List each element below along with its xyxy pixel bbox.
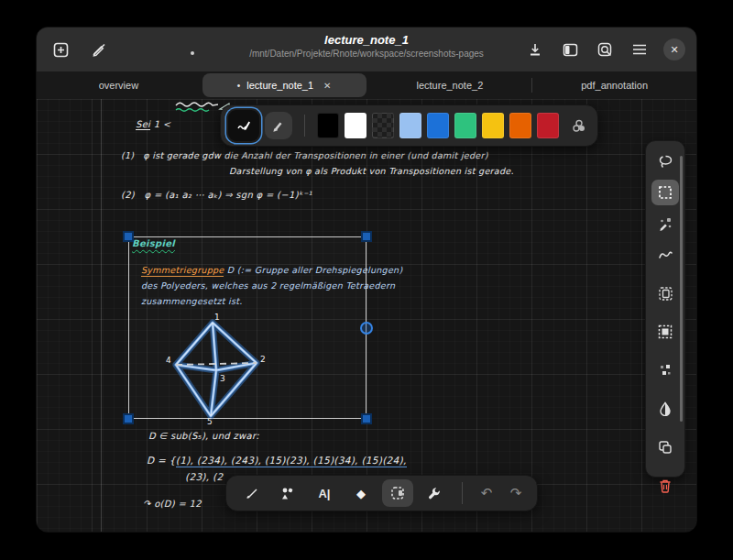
eraser-pen-button[interactable]: ◆ — [345, 479, 377, 507]
sei-rest: 1 < — [150, 119, 170, 129]
eraser-icon: ◆ — [356, 487, 366, 500]
tab-lecture-note-2[interactable]: lecture_note_2 — [368, 71, 532, 99]
line2-text: φ = (a₁ a₂ ⋯ aₖ) ⇒ sgn φ = (−1)ᵏ⁻¹ — [145, 190, 312, 200]
tab-bar: overview • lecture_note_1 ✕ lecture_note… — [37, 71, 696, 99]
select-all-button[interactable] — [651, 319, 679, 345]
line2-number: (2) — [121, 190, 135, 200]
fill-color-toggle[interactable] — [265, 112, 292, 139]
delete-selection-button[interactable] — [651, 473, 679, 499]
selector-options-panel — [645, 140, 685, 478]
stroke-style-popover — [220, 104, 598, 147]
vertex-label-4: 4 — [166, 356, 171, 365]
panel-scrollbar[interactable] — [680, 156, 683, 422]
new-tab-button[interactable] — [49, 38, 71, 60]
close-icon: ✕ — [670, 44, 678, 56]
set-line-2: (23), (2 — [185, 471, 223, 482]
set-items: (1), (234), (243), (15)(23), (15)(34), (… — [176, 455, 407, 467]
import-into-selection-button[interactable] — [651, 280, 679, 306]
window-close-button[interactable]: ✕ — [663, 38, 685, 60]
resize-handle-top-right[interactable] — [361, 231, 372, 242]
set-line: D = {(1), (234), (243), (15)(23), (15)(3… — [147, 455, 407, 466]
fit-to-view-button[interactable] — [594, 38, 616, 60]
color-swatch-lightblue[interactable] — [399, 113, 421, 138]
color-swatch-white[interactable] — [345, 113, 366, 138]
color-swatch-black[interactable] — [317, 113, 339, 138]
tab-label: lecture_note_1 — [246, 80, 313, 91]
line1-text: φ ist gerade gdw die Anzahl der Transpos… — [143, 150, 487, 160]
order-line: ↷ o(D) = 12 — [143, 499, 202, 509]
sym-rest: D (:= Gruppe aller Drehspiegelungen) — [224, 265, 402, 275]
vertex-label-5: 5 — [207, 417, 213, 425]
intersecting-path-select-button[interactable] — [651, 242, 679, 268]
tab-label: pdf_annotation — [581, 80, 648, 91]
undo-icon: ↶ — [481, 485, 493, 501]
redo-icon: ↷ — [510, 485, 522, 501]
resize-handle-bottom-left[interactable] — [123, 413, 134, 424]
save-document-button[interactable] — [524, 38, 546, 60]
invert-selection-colors-button[interactable] — [651, 396, 679, 422]
unsaved-changes-dot — [191, 51, 194, 55]
lasso-select-button[interactable] — [651, 148, 679, 174]
rectangle-select-button[interactable] — [651, 180, 679, 205]
workspace-sidebar-toggle[interactable] — [559, 38, 581, 60]
page-left-border — [101, 99, 102, 532]
color-swatch-yellow[interactable] — [482, 113, 504, 138]
tab-unsaved-dot: • — [237, 81, 241, 91]
color-dialog-button[interactable] — [568, 115, 590, 137]
color-swatch-transparent[interactable] — [372, 113, 394, 138]
handwriting-sei-line: Sei 1 < — [136, 119, 171, 129]
octahedron-sketch: 1 2 3 4 5 — [165, 312, 269, 425]
symmetriegruppe-block: Symmetriegruppe D (:= Gruppe aller Drehs… — [141, 262, 402, 309]
stroke-color-toggle[interactable] — [228, 110, 259, 141]
redo-button[interactable]: ↷ — [504, 479, 528, 507]
duplicate-selection-button[interactable] — [651, 434, 679, 460]
note-line-2: (2) φ = (a₁ a₂ ⋯ aₖ) ⇒ sgn φ = (−1)ᵏ⁻¹ — [121, 190, 312, 200]
single-stroke-select-button[interactable] — [651, 211, 679, 236]
pen-input-disabled-toggle[interactable] — [88, 38, 110, 60]
sym-line3: zusammengesetzt ist. — [141, 296, 243, 306]
popover-separator — [304, 115, 305, 137]
tools-pen-button[interactable] — [419, 479, 450, 507]
drawing-canvas[interactable]: Sei 1 < — [37, 99, 696, 532]
note-line-1b: Darstellung von φ als Produkt von Transp… — [229, 166, 514, 176]
note-line-1a: (1) φ ist gerade gdw die Anzahl der Tran… — [121, 150, 488, 160]
pen-picker-toolbar: A| ◆ ↶ ↷ — [225, 475, 538, 511]
vertex-label-3: 3 — [220, 374, 225, 383]
resize-handle-bottom-right[interactable] — [361, 413, 372, 424]
tab-label: lecture_note_2 — [416, 80, 483, 91]
undo-button[interactable]: ↶ — [475, 479, 498, 507]
tab-close-icon[interactable]: ✕ — [323, 81, 331, 91]
sei-word: Sei — [136, 119, 150, 130]
line1-number: (1) — [121, 150, 134, 160]
brush-pen-button[interactable] — [235, 479, 267, 507]
tab-label: overview — [99, 80, 138, 91]
color-swatch-green[interactable] — [454, 113, 476, 138]
rotate-handle[interactable] — [360, 322, 373, 335]
main-menu-button[interactable] — [629, 38, 651, 60]
rnote-app-window: lecture_note_1 /mnt/Daten/Projekte/Rnote… — [37, 27, 696, 532]
tab-overview[interactable]: overview — [37, 71, 201, 99]
headerbar: lecture_note_1 /mnt/Daten/Projekte/Rnote… — [37, 27, 696, 72]
symmetriegruppe-word: Symmetriegruppe — [141, 265, 224, 277]
toolbar-separator — [462, 482, 463, 504]
tab-pdf-annotation[interactable]: pdf_annotation — [532, 71, 696, 99]
selector-pen-button[interactable] — [382, 479, 413, 507]
color-swatch-red[interactable] — [537, 113, 559, 138]
set-prefix: D = { — [147, 455, 176, 466]
color-swatch-blue[interactable] — [427, 113, 449, 138]
typewriter-icon: A| — [318, 487, 330, 500]
beispiel-label: Beispiel — [132, 238, 175, 248]
tab-lecture-note-1[interactable]: • lecture_note_1 ✕ — [202, 73, 366, 97]
color-swatch-orange[interactable] — [509, 113, 531, 138]
subgroup-line: D ∈ sub(S₅), und zwar: — [148, 431, 259, 441]
vertex-label-2: 2 — [260, 355, 266, 364]
vertex-label-1: 1 — [214, 313, 220, 322]
shaper-pen-button[interactable] — [272, 479, 303, 507]
typewriter-pen-button[interactable]: A| — [309, 479, 340, 507]
deselect-all-button[interactable] — [651, 357, 679, 383]
sym-line2: des Polyeders, welches aus 2 regelmäßige… — [141, 280, 395, 291]
